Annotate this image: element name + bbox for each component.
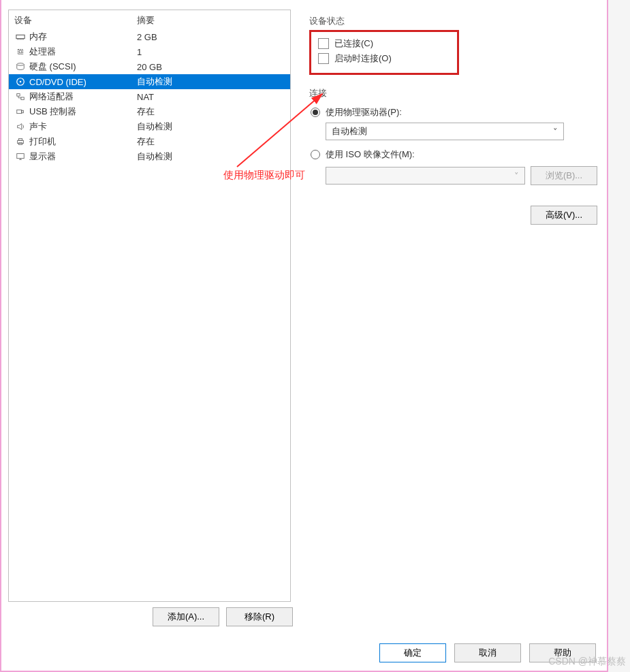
usb-icon: [14, 107, 27, 116]
use-physical-drive-radio[interactable]: [311, 108, 320, 117]
device-name: 处理器: [29, 46, 137, 58]
physical-drive-select[interactable]: 自动检测 ˅: [326, 123, 564, 140]
device-row[interactable]: 打印机存在: [9, 134, 290, 149]
device-name: 声卡: [29, 121, 137, 133]
physical-drive-value: 自动检测: [332, 125, 367, 138]
column-header-device: 设备: [14, 14, 137, 27]
device-row[interactable]: 处理器1: [9, 44, 290, 59]
device-name: 打印机: [29, 135, 137, 148]
cancel-button[interactable]: 取消: [454, 643, 521, 662]
chevron-down-icon: ˅: [553, 127, 558, 137]
column-header-summary: 摘要: [137, 14, 285, 27]
advanced-button[interactable]: 高级(V)...: [531, 206, 597, 225]
chevron-down-icon: ˅: [514, 171, 519, 181]
device-name: USB 控制器: [29, 106, 137, 118]
device-summary: 自动检测: [137, 76, 285, 88]
display-icon: [14, 152, 27, 161]
device-row[interactable]: CD/DVD (IDE)自动检测: [9, 74, 290, 89]
add-button[interactable]: 添加(A)...: [153, 607, 219, 626]
device-summary: 存在: [137, 135, 285, 148]
device-name: 网络适配器: [29, 91, 137, 103]
device-row[interactable]: 声卡自动检测: [9, 119, 290, 134]
device-name: 内存: [29, 31, 137, 43]
device-summary: 20 GB: [137, 62, 285, 72]
help-button[interactable]: 帮助: [529, 643, 596, 662]
device-summary: 2 GB: [137, 32, 285, 42]
device-summary: 自动检测: [137, 150, 285, 163]
device-name: 硬盘 (SCSI): [29, 61, 137, 73]
connect-at-poweron-label: 启动时连接(O): [334, 52, 392, 65]
connect-at-poweron-checkbox[interactable]: [318, 53, 329, 64]
cpu-icon: [14, 47, 27, 57]
connected-checkbox[interactable]: [318, 38, 329, 49]
device-summary: 自动检测: [137, 121, 285, 133]
sound-icon: [14, 122, 27, 131]
device-name: 显示器: [29, 150, 137, 163]
disk-icon: [14, 62, 27, 71]
device-list[interactable]: 设备 摘要 内存2 GB处理器1硬盘 (SCSI)20 GBCD/DVD (ID…: [8, 10, 291, 602]
device-row[interactable]: 显示器自动检测: [9, 149, 290, 164]
network-icon: [14, 92, 27, 101]
device-status-label: 设备状态: [309, 15, 597, 27]
iso-path-combo[interactable]: ˅: [326, 167, 525, 185]
device-row[interactable]: USB 控制器存在: [9, 104, 290, 119]
device-status-group: 已连接(C) 启动时连接(O): [309, 30, 459, 75]
memory-icon: [14, 32, 27, 42]
connection-group: 使用物理驱动器(P): 自动检测 ˅ 使用 ISO 映像文件(M): ˅ 浏览(…: [309, 103, 597, 225]
browse-button[interactable]: 浏览(B)...: [531, 166, 597, 185]
device-row[interactable]: 内存2 GB: [9, 29, 290, 44]
connection-label: 连接: [309, 87, 597, 99]
remove-button[interactable]: 移除(R): [226, 607, 293, 626]
device-summary: NAT: [137, 92, 285, 102]
device-row[interactable]: 网络适配器NAT: [9, 89, 290, 104]
device-summary: 1: [137, 47, 285, 57]
device-row[interactable]: 硬盘 (SCSI)20 GB: [9, 59, 290, 74]
cd-icon: [14, 77, 27, 86]
use-physical-drive-label: 使用物理驱动器(P):: [326, 106, 402, 118]
connected-label: 已连接(C): [334, 37, 373, 50]
device-name: CD/DVD (IDE): [29, 77, 137, 87]
printer-icon: [14, 137, 27, 146]
ok-button[interactable]: 确定: [379, 643, 446, 662]
use-iso-radio[interactable]: [311, 150, 320, 159]
device-summary: 存在: [137, 106, 285, 118]
use-iso-label: 使用 ISO 映像文件(M):: [326, 148, 415, 161]
